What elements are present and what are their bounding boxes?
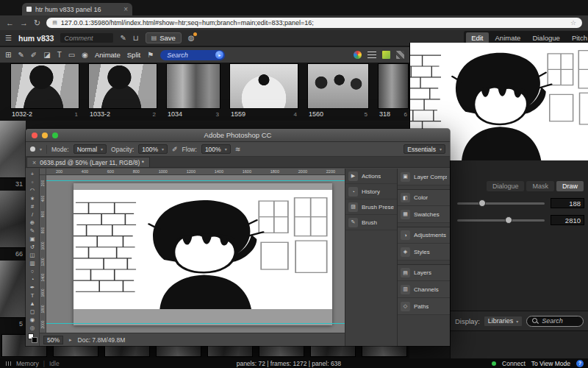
crop-tool-icon[interactable]: # [27,202,38,210]
bookmark-star-icon[interactable]: ☆ [570,19,576,26]
background-color-swatch[interactable] [32,337,37,343]
ps-panel-button[interactable]: ▶ Actions [345,169,397,184]
menu-icon[interactable]: ☰ [5,35,12,42]
marquee-tool-icon[interactable]: ▫ [27,178,38,185]
minimize-window-icon[interactable] [42,132,48,138]
comment-input[interactable]: Comment [60,33,113,43]
pencil-icon[interactable]: ✎ [18,51,24,59]
history-brush-tool-icon[interactable]: ↺ [27,243,38,250]
magic-wand-tool-icon[interactable]: ∗ [27,194,38,202]
ps-panel-button[interactable]: ✎ Brush [345,215,397,230]
ps-panel-button[interactable]: ◑ Adjustments [398,227,450,244]
canvas[interactable] [46,175,345,333]
refresh-icon[interactable]: ↻ [34,19,40,27]
document-close-icon[interactable]: × [32,159,36,166]
search-input[interactable]: Search ▸ [160,50,225,60]
edit-comment-icon[interactable]: ✎ [120,35,126,42]
zoom-window-icon[interactable] [52,132,58,138]
board-panel[interactable]: 1034 3 [166,63,220,121]
ps-panel-button[interactable]: ◈ Styles [398,244,450,261]
eyedropper-tool-icon[interactable]: / [27,210,38,218]
eraser-tool-icon[interactable]: ◫ [27,251,38,258]
ps-panel-button[interactable]: ◧ Color [398,189,450,206]
menu-animate[interactable]: Animate [490,32,526,43]
grid-icon[interactable]: ⊞ [5,51,11,59]
view-mode-button[interactable]: To View Mode [531,360,570,367]
menu-edit[interactable]: Edit [466,32,488,43]
healing-tool-icon[interactable]: ⊕ [27,219,38,226]
slider-knob[interactable] [478,199,486,207]
panel-thumbnail[interactable] [166,63,220,109]
ps-panel-button[interactable]: ▣ Layer Comps [398,169,450,185]
panel-thumbnail[interactable] [229,63,298,109]
left-panel[interactable]: 5 [0,261,26,330]
help-icon[interactable]: ? [576,360,584,367]
transparency-grid-icon[interactable] [396,51,404,59]
left-panel-thumbnail[interactable] [0,121,26,178]
frame-icon[interactable]: ▭ [68,51,75,59]
slider-knob[interactable] [505,216,512,224]
shape-tool-icon[interactable]: ◻ [27,308,38,315]
menu-dialogue[interactable]: Dialogue [527,32,565,43]
ps-panel-button[interactable]: ▥ Channels [398,281,450,298]
workspace-dropdown[interactable]: Essentials ▾ [404,144,445,154]
type-tool-icon[interactable]: T [27,291,38,299]
board-panel[interactable]: 1033-2 2 [88,63,157,121]
back-icon[interactable]: ← [6,19,14,27]
tab-mask[interactable]: Mask [526,181,554,191]
ps-panel-button[interactable]: ▦ Swatches [398,206,450,223]
left-panel-thumbnail[interactable] [0,261,26,318]
board-panel[interactable]: 1032-2 1 [10,63,79,121]
flag-icon[interactable]: ⚑ [147,51,154,59]
tab-dialogue[interactable]: Dialogue [487,181,525,191]
panel-search-input[interactable]: Search [526,316,584,327]
close-window-icon[interactable] [32,132,37,138]
document-artwork[interactable] [74,190,332,309]
blur-tool-icon[interactable]: ○ [27,267,38,275]
color-swatch-icon[interactable] [382,51,390,59]
pen-tool-icon[interactable]: ✒ [27,283,38,291]
opacity-dropdown[interactable]: 100% ▾ [138,144,168,154]
display-dropdown[interactable]: Libraries ▾ [484,316,523,327]
airbrush-icon[interactable]: ≋ [235,146,241,153]
brush-preset-icon[interactable] [30,146,35,152]
browser-tab[interactable]: htr hum v833 panel 16 × [22,3,132,15]
trash-icon[interactable]: ⊔ [133,35,139,42]
ps-panel-button[interactable]: ◇ Paths [398,298,450,315]
slider-track[interactable] [457,219,545,222]
ps-panel-button[interactable]: ▤ Layers [398,264,450,281]
brush-tool-icon[interactable]: ✎ [27,227,38,234]
hand-tool-icon[interactable]: ◉ [27,316,38,323]
forward-icon[interactable]: → [20,19,28,27]
eraser-icon[interactable]: ◪ [43,51,50,59]
menu-pitch[interactable]: Pitch [567,32,588,43]
left-panel[interactable]: 31 [0,121,26,191]
ps-panel-button[interactable]: ◔ History [345,184,397,199]
tab-close-icon[interactable]: × [123,6,128,13]
slider-value-field[interactable]: 2810 [551,215,584,225]
connect-button[interactable]: Connect [502,360,526,367]
palette-icon[interactable] [354,51,362,59]
photoshop-titlebar[interactable]: Adobe Photoshop CC [26,129,450,142]
document-tab[interactable]: × 0638.psd @ 50% (Layer 11, RGB/8) * [26,157,150,167]
move-tool-icon[interactable]: + [27,170,38,177]
split-button[interactable]: Split [127,51,140,59]
save-button[interactable]: ▤ Save [146,32,182,43]
path-select-tool-icon[interactable]: ▲ [27,300,38,307]
left-panel[interactable]: 66 [0,191,26,261]
panel-thumbnail[interactable] [378,63,409,109]
clone-stamp-tool-icon[interactable]: ▣ [27,235,38,242]
panel-thumbnail[interactable] [10,63,79,109]
zoom-tool-icon[interactable]: ◎ [27,324,38,331]
zoom-level-field[interactable]: 50% [43,336,63,344]
marker-icon[interactable]: ✐ [31,51,37,59]
flow-dropdown[interactable]: 100% ▾ [201,144,231,154]
text-tool-icon[interactable]: T [57,51,62,59]
gradient-tool-icon[interactable]: ▥ [27,259,38,266]
panel-thumbnail[interactable] [88,63,157,109]
camera-icon[interactable]: ◉ [82,51,88,59]
ps-panel-button[interactable]: ▨ Brush Presets [345,199,397,215]
color-swatches[interactable] [28,333,37,343]
board-panel[interactable]: 1559 4 [229,63,298,121]
dodge-tool-icon[interactable]: ◔ [27,275,38,283]
